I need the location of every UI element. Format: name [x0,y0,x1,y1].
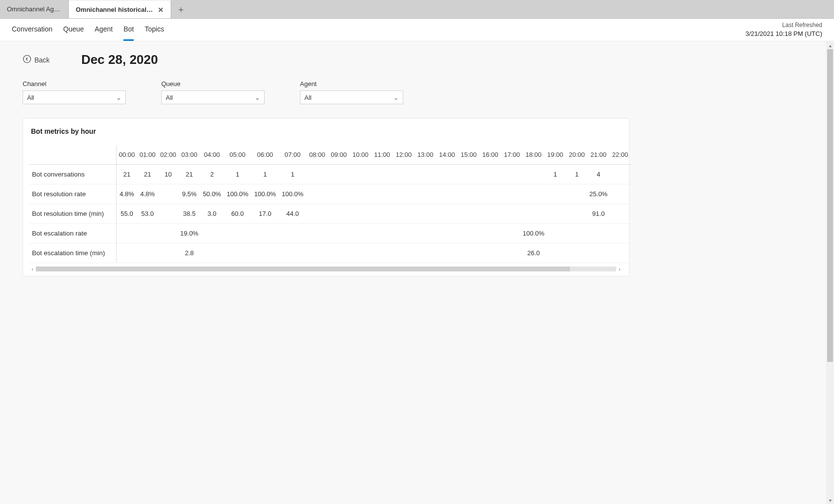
matrix-cell [117,243,137,263]
matrix-cell [523,204,544,224]
matrix-cell [544,243,566,263]
vscroll-track[interactable] [826,49,834,496]
matrix-cell [415,243,436,263]
matrix-cell: 3.0 [200,204,224,224]
table-row: Bot escalation time (min)2.826.0 [29,243,631,263]
matrix-cell [393,165,415,184]
matrix-cell: 53.0 [137,204,158,224]
matrix-cell [544,184,566,204]
matrix-cell [350,243,371,263]
matrix-cell: 4 [588,165,609,184]
matrix-cell [350,184,371,204]
agent-filter: Agent All ⌄ [300,80,403,104]
matrix-cell [117,224,137,243]
hour-header: 07:00 [279,145,306,165]
matrix-cell [393,204,415,224]
subnav-item-conversation[interactable]: Conversation [12,19,53,41]
browser-tab-inactive[interactable]: Omnichannel Age... [0,0,69,18]
queue-filter: Queue All ⌄ [161,80,265,104]
queue-filter-select[interactable]: All ⌄ [161,90,265,104]
scroll-right-icon[interactable]: › [616,266,623,272]
subnav-item-queue[interactable]: Queue [63,19,84,41]
filters-row: Channel All ⌄ Queue All ⌄ Agent All ⌄ [23,80,811,104]
matrix-cell [566,184,588,204]
hour-header: 20:00 [566,145,588,165]
matrix-cell [371,243,393,263]
matrix-cell: 25.0% [588,184,609,204]
matrix-cell [158,224,179,243]
matrix-cell [501,243,523,263]
page-title: Dec 28, 2020 [81,52,158,67]
matrix-cell: 38.5 [179,204,200,224]
matrix-cell [479,184,501,204]
back-button[interactable]: Back [23,55,50,65]
matrix-cell: 1 [224,165,251,184]
matrix-cell [306,165,328,184]
agent-filter-label: Agent [300,80,403,88]
matrix-cell [479,243,501,263]
matrix-cell [350,165,371,184]
matrix-cell [306,224,328,243]
chevron-down-icon: ⌄ [393,94,399,101]
matrix-cell [224,243,251,263]
matrix-cell [415,184,436,204]
hour-header: 06:00 [251,145,279,165]
horizontal-scrollbar[interactable]: ‹ › [29,266,623,272]
scroll-left-icon[interactable]: ‹ [29,266,36,272]
matrix-cell [609,243,631,263]
content-area: Back Dec 28, 2020 Channel All ⌄ Queue Al… [0,41,834,504]
back-arrow-icon [23,55,31,65]
hour-header: 12:00 [393,145,415,165]
last-refreshed: Last Refreshed 3/21/2021 10:18 PM (UTC) [745,21,822,38]
row-label: Bot escalation rate [29,224,117,243]
vscroll-thumb[interactable] [827,49,833,362]
matrix-cell [200,243,224,263]
scroll-down-icon[interactable]: ▾ [826,496,834,504]
channel-filter-select[interactable]: All ⌄ [23,90,126,104]
matrix-cell: 26.0 [523,243,544,263]
matrix-cell [158,204,179,224]
row-label: Bot resolution time (min) [29,204,117,224]
scrollbar-thumb[interactable] [36,267,570,271]
matrix-cell [200,224,224,243]
matrix-cell: 9.5% [179,184,200,204]
matrix-cell: 10 [158,165,179,184]
queue-filter-label: Queue [161,80,265,88]
page: ConversationQueueAgentBotTopics Last Ref… [0,19,834,504]
matrix-cell [306,204,328,224]
agent-filter-value: All [304,94,311,101]
hour-header: 04:00 [200,145,224,165]
browser-tab-active[interactable]: Omnichannel historical an... ✕ [69,0,171,18]
matrix-cell: 1 [279,165,306,184]
subnav-item-topics[interactable]: Topics [145,19,164,41]
matrix-cell [501,165,523,184]
matrix-cell [158,243,179,263]
table-row: Bot resolution time (min)55.053.038.53.0… [29,204,631,224]
matrix-cell [279,243,306,263]
subnav-item-agent[interactable]: Agent [95,19,113,41]
matrix-cell [566,224,588,243]
channel-filter-label: Channel [23,80,126,88]
agent-filter-select[interactable]: All ⌄ [300,90,403,104]
matrix-cell: 91.0 [588,204,609,224]
hour-header: 18:00 [523,145,544,165]
matrix-cell [371,165,393,184]
matrix-cell: 21 [117,165,137,184]
subnav-item-bot[interactable]: Bot [123,19,134,41]
last-refreshed-value: 3/21/2021 10:18 PM (UTC) [745,30,822,38]
hour-header: 01:00 [137,145,158,165]
new-tab-button[interactable]: ＋ [171,0,191,18]
scroll-up-icon[interactable]: ▴ [826,41,834,49]
close-icon[interactable]: ✕ [158,6,164,13]
hour-header: 21:00 [588,145,609,165]
matrix-cell [328,165,350,184]
matrix-cell [544,224,566,243]
hour-header: 00:00 [117,145,137,165]
matrix-cell: 4.8% [137,184,158,204]
vertical-scrollbar[interactable]: ▴ ▾ [826,41,834,504]
matrix-cell [393,184,415,204]
matrix-cell: 17.0 [251,204,279,224]
matrix-cell [458,184,479,204]
scrollbar-track[interactable] [36,267,616,271]
table-row: Bot resolution rate4.8%4.8%9.5%50.0%100.… [29,184,631,204]
